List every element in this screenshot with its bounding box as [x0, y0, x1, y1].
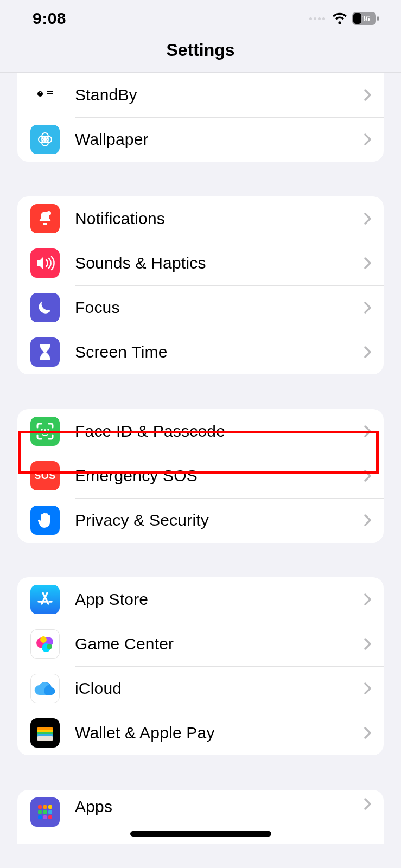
- hourglass-icon: [30, 337, 60, 367]
- chevron-right-icon: [364, 514, 372, 527]
- faceid-icon: [30, 417, 60, 446]
- row-label: Focus: [75, 298, 364, 317]
- svg-rect-34: [38, 815, 42, 819]
- row-label: Sounds & Haptics: [75, 254, 364, 272]
- chevron-right-icon: [364, 469, 372, 482]
- battery-icon: 36: [352, 12, 379, 25]
- status-right: 36: [309, 12, 379, 25]
- row-label: Notifications: [75, 209, 364, 228]
- row-label: Wallet & Apple Pay: [75, 724, 364, 742]
- row-sounds[interactable]: Sounds & Haptics: [17, 241, 384, 285]
- row-appstore[interactable]: App Store: [17, 577, 384, 622]
- row-label: iCloud: [75, 679, 364, 698]
- row-label: Screen Time: [75, 343, 364, 361]
- wallpaper-icon: [30, 125, 60, 154]
- standby-icon: [30, 80, 60, 110]
- row-standby[interactable]: StandBy: [17, 73, 384, 117]
- moon-icon: [30, 293, 60, 322]
- row-sos[interactable]: SOS Emergency SOS: [17, 454, 384, 498]
- row-label: App Store: [75, 590, 364, 609]
- svg-rect-8: [47, 93, 53, 94]
- svg-rect-29: [43, 805, 47, 809]
- settings-group-security: Face ID & Passcode SOS Emergency SOS Pri…: [17, 409, 384, 542]
- settings-content[interactable]: StandBy Wallpaper Notifications Sounds &…: [0, 73, 401, 844]
- row-label: Apps: [75, 797, 364, 816]
- status-time: 9:08: [33, 9, 66, 28]
- chevron-right-icon: [364, 797, 372, 810]
- status-bar: 9:08 36: [0, 0, 401, 33]
- chevron-right-icon: [364, 637, 372, 650]
- row-focus[interactable]: Focus: [17, 285, 384, 330]
- appstore-icon: [30, 585, 60, 614]
- row-wallpaper[interactable]: Wallpaper: [17, 117, 384, 162]
- row-gamecenter[interactable]: Game Center: [17, 622, 384, 666]
- svg-point-21: [47, 644, 52, 649]
- home-indicator[interactable]: [130, 831, 271, 837]
- cellular-dots-icon: [309, 17, 325, 20]
- svg-rect-31: [38, 810, 42, 814]
- svg-rect-27: [37, 736, 53, 741]
- hand-icon: [30, 506, 60, 535]
- svg-point-16: [47, 429, 49, 431]
- chevron-right-icon: [364, 88, 372, 101]
- svg-text:36: 36: [362, 14, 371, 23]
- chevron-right-icon: [364, 133, 372, 146]
- row-faceid[interactable]: Face ID & Passcode: [17, 409, 384, 454]
- row-notifications[interactable]: Notifications: [17, 196, 384, 241]
- page-title: Settings: [0, 40, 401, 60]
- settings-group-display: StandBy Wallpaper: [17, 73, 384, 162]
- speaker-icon: [30, 248, 60, 278]
- svg-rect-1: [353, 13, 361, 24]
- row-wallet[interactable]: Wallet & Apple Pay: [17, 711, 384, 755]
- bell-icon: [30, 204, 60, 233]
- svg-rect-2: [377, 16, 379, 21]
- settings-group-services: App Store Game Center iCloud Wallet & Ap…: [17, 577, 384, 755]
- svg-rect-32: [43, 810, 47, 814]
- row-label: Wallpaper: [75, 130, 364, 149]
- chevron-right-icon: [364, 425, 372, 438]
- wallet-icon: [30, 718, 60, 748]
- svg-rect-33: [48, 810, 52, 814]
- nav-header: Settings: [0, 33, 401, 73]
- sos-icon: SOS: [30, 461, 60, 490]
- chevron-right-icon: [364, 257, 372, 270]
- row-label: StandBy: [75, 86, 364, 104]
- cloud-icon: [30, 674, 60, 703]
- chevron-right-icon: [364, 593, 372, 606]
- chevron-right-icon: [364, 346, 372, 359]
- gamecenter-icon: [30, 629, 60, 659]
- chevron-right-icon: [364, 682, 372, 695]
- svg-rect-30: [48, 805, 52, 809]
- row-icloud[interactable]: iCloud: [17, 666, 384, 711]
- svg-point-15: [41, 429, 43, 431]
- chevron-right-icon: [364, 301, 372, 314]
- svg-rect-7: [47, 91, 53, 92]
- row-screentime[interactable]: Screen Time: [17, 330, 384, 374]
- apps-icon: [30, 797, 60, 827]
- chevron-right-icon: [364, 726, 372, 739]
- chevron-right-icon: [364, 212, 372, 225]
- row-label: Face ID & Passcode: [75, 422, 364, 441]
- svg-rect-28: [38, 805, 42, 809]
- row-label: Privacy & Security: [75, 511, 364, 529]
- row-label: Game Center: [75, 635, 364, 653]
- svg-rect-35: [43, 815, 47, 819]
- svg-rect-36: [48, 815, 52, 819]
- wifi-icon: [332, 12, 348, 24]
- row-privacy[interactable]: Privacy & Security: [17, 498, 384, 542]
- settings-group-alerts: Notifications Sounds & Haptics Focus Scr…: [17, 196, 384, 374]
- svg-point-20: [40, 636, 47, 643]
- row-label: Emergency SOS: [75, 467, 364, 485]
- svg-point-14: [47, 211, 51, 215]
